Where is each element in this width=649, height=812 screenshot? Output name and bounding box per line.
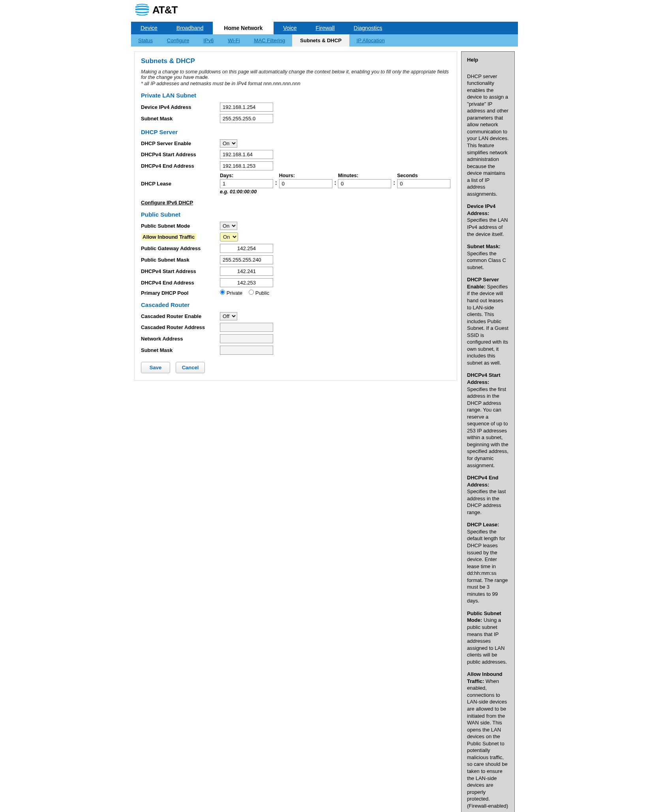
help-panel: Help DHCP server functionality enables t… [461, 51, 515, 812]
label-cascaded-address: Cascaded Router Address [141, 324, 220, 330]
section-dhcp-server: DHCP Server [141, 129, 450, 135]
label-public-dhcp-start: DHCPv4 Start Address [141, 268, 220, 274]
input-public-dhcp-start[interactable] [220, 267, 273, 276]
help-dhcp-enable: DHCP Server Enable: Specifies if the dev… [467, 276, 509, 366]
subtab-ip-allocation[interactable]: IP Allocation [349, 34, 392, 47]
help-dhcp-start: DHCPv4 Start Address: Specifies the firs… [467, 372, 509, 469]
input-device-ipv4[interactable] [220, 103, 273, 112]
input-public-gateway[interactable] [220, 244, 273, 253]
input-public-dhcp-end[interactable] [220, 278, 273, 287]
section-public-subnet: Public Subnet [141, 211, 450, 218]
radio-pool-private[interactable] [220, 290, 225, 295]
input-public-subnet-mask[interactable] [220, 255, 273, 264]
select-dhcp-enable[interactable]: On [220, 139, 237, 148]
label-days: Days: [220, 173, 273, 178]
help-intro: DHCP server functionality enables the de… [467, 73, 509, 198]
tab-firewall[interactable]: Firewall [306, 22, 344, 34]
input-cascaded-network[interactable] [220, 334, 273, 343]
label-primary-dhcp-pool: Primary DHCP Pool [141, 290, 220, 296]
cancel-button[interactable]: Cancel [176, 362, 205, 373]
tab-broadband[interactable]: Broadband [167, 22, 213, 34]
section-cascaded-router: Cascaded Router [141, 301, 450, 308]
subtab-status[interactable]: Status [131, 34, 160, 47]
label-public-dhcp-end: DHCPv4 End Address [141, 280, 220, 286]
section-private-lan: Private LAN Subnet [141, 92, 450, 99]
label-public-subnet-mode: Public Subnet Mode [141, 223, 220, 229]
input-lease-days[interactable] [220, 179, 273, 188]
page-title: Subnets & DHCP [141, 57, 450, 65]
label-seconds: Seconds [397, 173, 450, 178]
subtab-mac-filtering[interactable]: MAC Filtering [247, 34, 293, 47]
help-psm: Public Subnet Mode: Using a public subne… [467, 610, 509, 665]
input-cascaded-address[interactable] [220, 323, 273, 332]
logo-text: AT&T [152, 4, 177, 16]
label-hours: Hours: [279, 173, 332, 178]
help-dhcp-end: DHCPv4 End Address: Specifies the last a… [467, 474, 509, 516]
subtab-subnets-dhcp[interactable]: Subnets & DHCP [292, 34, 349, 47]
subtab-configure[interactable]: Configure [160, 34, 196, 47]
link-configure-ipv6-dhcp[interactable]: Configure IPv6 DHCP [141, 200, 193, 206]
att-globe-icon [135, 2, 149, 18]
help-title: Help [467, 56, 509, 64]
label-public-gateway: Public Gateway Address [141, 245, 220, 251]
input-subnet-mask[interactable] [220, 114, 273, 123]
input-dhcp-end[interactable] [220, 161, 273, 170]
label-allow-inbound: Allow Inbound Traffic [141, 233, 220, 241]
lease-example: e.g. 01:00:00:00 [220, 189, 450, 195]
primary-tabbar: Device Broadband Home Network Voice Fire… [131, 22, 518, 34]
intro-line-2: * all IP addresses and netmasks must be … [141, 81, 450, 86]
label-cascaded-mask: Subnet Mask [141, 347, 220, 353]
subtab-wifi[interactable]: Wi-Fi [221, 34, 247, 47]
radio-pool-public[interactable] [249, 290, 254, 295]
intro-line-1: Making a change to some pulldowns on thi… [141, 69, 450, 80]
tab-device[interactable]: Device [131, 22, 167, 34]
label-dhcp-lease: DHCP Lease [141, 181, 220, 187]
tab-voice[interactable]: Voice [274, 22, 306, 34]
tab-diagnostics[interactable]: Diagnostics [344, 22, 392, 34]
save-button[interactable]: Save [141, 362, 170, 373]
input-lease-minutes[interactable] [338, 179, 391, 188]
label-cascaded-enable: Cascaded Router Enable [141, 313, 220, 319]
select-cascaded-enable[interactable]: Off [220, 312, 237, 320]
label-cascaded-network: Network Address [141, 336, 220, 342]
select-public-subnet-mode[interactable]: On [220, 222, 237, 230]
help-subnet: Subnet Mask: Specifies the common Class … [467, 243, 509, 271]
header-logo: AT&T [131, 0, 518, 22]
label-dhcp-enable: DHCP Server Enable [141, 140, 220, 146]
label-dhcp-end: DHCPv4 End Address [141, 163, 220, 169]
tab-home-network[interactable]: Home Network [213, 22, 274, 34]
input-cascaded-mask[interactable] [220, 346, 273, 355]
help-lease: DHCP Lease: Specifies the default length… [467, 521, 509, 604]
secondary-tabbar: Status Configure IPv6 Wi-Fi MAC Filterin… [131, 34, 518, 47]
input-dhcp-start[interactable] [220, 150, 273, 159]
input-lease-hours[interactable] [279, 179, 332, 188]
label-public-subnet-mask: Public Subnet Mask [141, 257, 220, 263]
label-minutes: Minutes: [338, 173, 391, 178]
main-panel: Subnets & DHCP Making a change to some p… [134, 51, 457, 381]
help-inbound: Allow Inbound Traffic: When enabled, con… [467, 671, 509, 809]
input-lease-seconds[interactable] [397, 179, 450, 188]
select-allow-inbound[interactable]: On [220, 232, 238, 241]
label-subnet-mask: Subnet Mask [141, 116, 220, 122]
subtab-ipv6[interactable]: IPv6 [196, 34, 221, 47]
help-device: Device IPv4 Address: Specifies the LAN I… [467, 203, 509, 238]
label-dhcp-start: DHCPv4 Start Address [141, 152, 220, 157]
label-device-ipv4: Device IPv4 Address [141, 104, 220, 110]
